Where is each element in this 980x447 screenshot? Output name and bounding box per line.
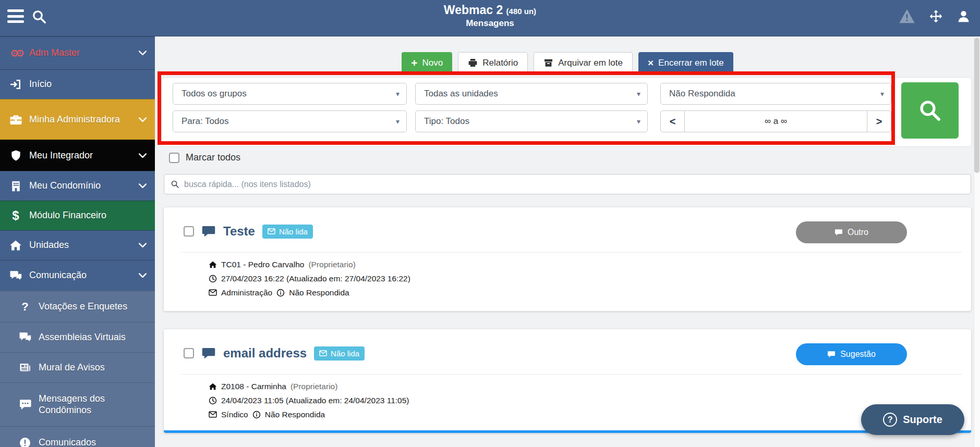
- sidebar-item-mural-de-avisos[interactable]: Mural de Avisos: [0, 352, 155, 382]
- fullscreen-expand-icon[interactable]: [929, 9, 943, 23]
- message-unit: TC01 - Pedro Carvalho (Proprietario): [209, 257, 410, 271]
- type-dropdown[interactable]: Tipo: Todos ▾: [415, 110, 648, 132]
- chevron-right-icon: >: [876, 116, 882, 128]
- search-icon: [917, 98, 942, 123]
- sidebar-item-label: Mural de Avisos: [35, 362, 148, 374]
- app-window: Webmac 2 (480 un) Mensagens: [0, 0, 980, 447]
- sidebar-item-unidades[interactable]: Unidades: [0, 230, 155, 260]
- chevron-down-icon: [138, 153, 148, 159]
- new-button[interactable]: + Novo: [402, 52, 452, 73]
- search-submit-button[interactable]: [901, 82, 959, 139]
- recipient-dropdown-value: Para: Todos: [182, 116, 228, 127]
- status-dropdown[interactable]: Não Respondida ▾: [660, 83, 891, 105]
- category-button-label: Sugestão: [840, 350, 876, 359]
- sidebar-item-label: Início: [26, 79, 138, 90]
- shield-icon: [5, 150, 26, 162]
- recipient-dropdown[interactable]: Para: Todos ▾: [173, 110, 407, 132]
- card-divider: [181, 374, 962, 375]
- category-suggestion-button[interactable]: Sugestão: [796, 343, 907, 365]
- gears-icon: ⚙⚙: [5, 47, 26, 59]
- sidebar-item-adm-master[interactable]: ⚙⚙ Adm Master: [0, 36, 155, 69]
- unread-badge-label: Não lida: [331, 349, 359, 358]
- comments-icon: [5, 269, 26, 282]
- pager-prev-button[interactable]: <: [661, 111, 685, 132]
- home-icon: [209, 382, 217, 391]
- sidebar-item-minha-administradora[interactable]: Minha Administradora: [0, 99, 155, 140]
- caret-down-icon: ▾: [637, 117, 640, 126]
- chevron-down-icon: [138, 272, 148, 279]
- message-datetime: 27/04/2023 16:22 (Atualizado em: 27/04/2…: [209, 271, 410, 285]
- unread-badge: Não lida: [262, 225, 313, 239]
- new-button-label: Novo: [422, 58, 443, 68]
- plus-icon: +: [411, 57, 417, 68]
- sidebar-item-label: Minha Administradora: [26, 114, 138, 126]
- sidebar-item-comunicacao[interactable]: Comunicação: [0, 260, 155, 291]
- sidebar-item-comunicados[interactable]: Comunicados: [0, 426, 155, 447]
- building-icon: [5, 180, 26, 192]
- archive-batch-button[interactable]: Arquivar em lote: [534, 52, 633, 73]
- comment-icon: [201, 224, 216, 239]
- sidebar-item-label: Comunicados: [35, 437, 148, 447]
- pager-next-button[interactable]: >: [867, 111, 891, 132]
- message-title[interactable]: Teste: [223, 224, 255, 239]
- units-dropdown-value: Todas as unidades: [424, 89, 498, 99]
- close-batch-button[interactable]: × Encerrar em lote: [638, 52, 733, 73]
- select-all-checkbox[interactable]: [169, 153, 179, 163]
- unread-badge-label: Não lida: [279, 227, 308, 236]
- report-button-label: Relatório: [482, 58, 518, 68]
- message-unit-role: (Proprietario): [291, 382, 337, 391]
- category-other-button[interactable]: Outro: [796, 221, 907, 243]
- envelope-icon: [319, 350, 327, 356]
- home-icon: [209, 260, 217, 269]
- topbar: Webmac 2 (480 un) Mensagens: [0, 0, 980, 36]
- clock-icon: [209, 396, 217, 405]
- chevron-down-icon: [138, 242, 148, 249]
- printer-icon: [468, 58, 478, 68]
- message-category: Síndico: [221, 410, 248, 419]
- sidebar-item-meu-condominio[interactable]: Meu Condomínio: [0, 171, 155, 201]
- pager-range-value: ∞ a ∞: [685, 111, 867, 132]
- message-title[interactable]: email address: [223, 346, 307, 361]
- comment-icon: [834, 228, 843, 237]
- message-category: Administração: [221, 288, 272, 297]
- message-card: email address Não lida Sugestão: [164, 329, 971, 433]
- message-status: Não Respondida: [265, 410, 325, 419]
- groups-dropdown[interactable]: Todos os grupos ▾: [173, 83, 407, 105]
- message-status: Não Respondida: [289, 288, 349, 297]
- message-unit: Z0108 - Carminha (Proprietario): [209, 379, 409, 393]
- scrollbar-track[interactable]: [974, 36, 980, 447]
- message-checkbox[interactable]: [184, 226, 194, 237]
- scrollbar-thumb[interactable]: [974, 38, 979, 173]
- message-checkbox[interactable]: [184, 348, 194, 358]
- chevron-down-icon: [138, 183, 148, 189]
- quick-search-box: [164, 174, 971, 194]
- units-dropdown[interactable]: Todas as unidades ▾: [415, 83, 648, 105]
- page-subtitle: Mensagens: [0, 18, 980, 29]
- sidebar-item-label: Adm Master: [26, 47, 138, 59]
- sidebar: ⚙⚙ Adm Master Início M: [0, 36, 155, 447]
- card-divider: [181, 252, 962, 253]
- sidebar-item-mensagens-dos-condominos[interactable]: Mensagens dos Condôminos: [0, 382, 155, 426]
- sidebar-item-modulo-financeiro[interactable]: $ Módulo Financeiro: [0, 201, 155, 230]
- envelope-icon: [209, 289, 217, 296]
- support-button[interactable]: ? Suporte: [861, 404, 964, 435]
- sidebar-item-votacoes-enquetes[interactable]: ? Votações e Enquetes: [0, 291, 155, 322]
- page-title: Webmac 2 (480 un) Mensagens: [0, 3, 980, 29]
- envelope-icon: [268, 228, 275, 234]
- sidebar-item-meu-integrador[interactable]: Meu Integrador: [0, 140, 155, 171]
- warning-icon[interactable]: [899, 8, 915, 24]
- dollar-icon: $: [5, 208, 26, 223]
- sidebar-item-label: Comunicação: [26, 270, 138, 281]
- user-icon[interactable]: [957, 9, 971, 23]
- close-batch-button-label: Encerrar em lote: [658, 58, 724, 68]
- sidebar-item-inicio[interactable]: Início: [0, 69, 155, 99]
- main-content: + Novo Relatório Arquivar em lote: [155, 36, 980, 447]
- x-icon: ×: [648, 58, 654, 68]
- actions-toolbar: + Novo Relatório Arquivar em lote: [155, 52, 980, 73]
- sidebar-item-assembleias-virtuais[interactable]: Assembleias Virtuais: [0, 322, 155, 352]
- caret-down-icon: ▾: [637, 90, 640, 98]
- quick-search-input[interactable]: [184, 180, 964, 189]
- report-button[interactable]: Relatório: [458, 52, 528, 73]
- caret-down-icon: ▾: [396, 117, 400, 126]
- exclamation-circle-icon: [15, 437, 35, 447]
